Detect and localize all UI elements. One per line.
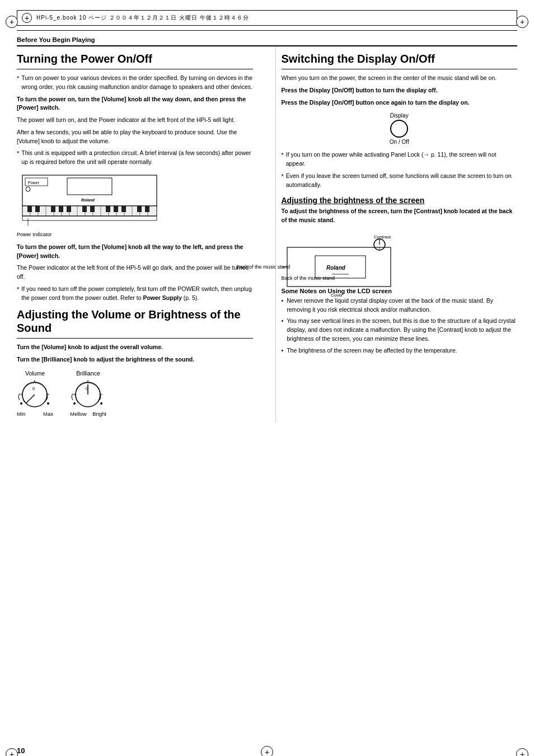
right-bold-3: To adjust the brightness of the screen, …	[282, 207, 518, 225]
back-label: Back of the music stand	[237, 264, 291, 270]
bold-text-1: To turn the power on, turn the [Volume] …	[17, 95, 253, 113]
brilliance-knob-labels: Mellow Bright	[70, 411, 106, 417]
svg-point-54	[73, 402, 76, 405]
bullet-text-2: This unit is equipped with a protection …	[21, 149, 252, 167]
dot-text-3: The brightness of the screen may be affe…	[287, 346, 457, 355]
dot-3: •	[282, 346, 284, 355]
volume-knob-svg: 0 ( )	[17, 379, 53, 410]
right-bullet-text-1: If you turn on the power while activatin…	[286, 151, 517, 168]
svg-text:Roland: Roland	[81, 198, 95, 202]
power-indicator-label: Power Indicator	[17, 232, 52, 237]
header-crosshair-icon	[22, 13, 32, 23]
corner-mark-bl: +	[6, 748, 18, 756]
display-button-diagram: Display On / Off	[377, 112, 421, 145]
svg-rect-34	[22, 216, 157, 220]
piano-diagram-area: Power Roland	[17, 172, 253, 237]
bottom-center-crosshair: +	[261, 746, 273, 756]
corner-mark-tl: +	[6, 16, 18, 28]
subsection-adjusting-brightness: Adjusting the brightness of the screen	[282, 196, 518, 205]
bold-text-4: Turn the [Brilliance] knob to adjust the…	[17, 355, 253, 364]
right-bullet-2: * Even if you leave the screen turned of…	[282, 172, 518, 190]
right-bullet-text-2: Even if you leave the screen turned off,…	[286, 172, 517, 190]
right-title1-rule	[282, 69, 518, 69]
title-switching-display: Switching the Display On/Off	[282, 52, 518, 65]
top-rule	[17, 30, 517, 31]
bold-text-2: To turn the power off, turn the [Volume]…	[17, 243, 253, 261]
max-label: Max	[43, 411, 53, 417]
bullet-text-3: If you need to turn off the power comple…	[21, 285, 252, 303]
two-column-layout: Turning the Power On/Off * Turn on power…	[17, 46, 517, 422]
bullet-star-3: *	[17, 285, 19, 303]
svg-rect-29	[106, 206, 110, 212]
svg-text:(: (	[71, 392, 73, 400]
piano-diagram-svg: Power Roland	[17, 172, 162, 228]
svg-rect-28	[90, 206, 95, 212]
header-japanese-text: HPi-5_e.book 10 ページ ２００４年１２月２１日 火曜日 午後１２…	[36, 14, 249, 22]
svg-rect-24	[51, 206, 55, 212]
right-bold-2: Press the Display [On/Off] button once a…	[282, 98, 518, 107]
min-label: Min	[17, 411, 25, 417]
svg-text:(: (	[18, 392, 20, 400]
bullet-item-3: * If you need to turn off the power comp…	[17, 285, 253, 303]
volume-knob-labels: Min Max	[17, 411, 53, 417]
bullet-star-1: *	[17, 74, 19, 92]
brilliance-knob-group: Brilliance 0 ( )	[70, 370, 106, 417]
right-column: Switching the Display On/Off When you tu…	[275, 46, 518, 422]
right-bold-1: Press the Display [On/Off] button to tur…	[282, 86, 518, 95]
page: + + + + HPi-5_e.book 10 ページ ２００４年１２月２１日 …	[0, 10, 534, 756]
title2-rule	[17, 338, 253, 339]
bold-text-3: Turn the [Volume] knob to adjust the ove…	[17, 343, 253, 352]
brilliance-knob-svg: 0 ( )	[70, 379, 106, 410]
svg-text:Roland: Roland	[326, 265, 346, 271]
dot-2: •	[282, 317, 284, 343]
svg-text:Cover: Cover	[331, 293, 343, 298]
volume-knob-group: Volume 0	[17, 370, 53, 417]
svg-rect-25	[59, 206, 63, 212]
display-button-circle	[390, 120, 408, 138]
display-label: Display	[390, 112, 409, 119]
svg-text:): )	[46, 392, 48, 400]
svg-rect-5	[22, 206, 157, 216]
corner-mark-br: +	[516, 748, 528, 756]
dot-item-3: • The brightness of the screen may be af…	[282, 346, 518, 355]
volume-label: Volume	[25, 370, 45, 377]
svg-rect-31	[121, 206, 126, 212]
svg-line-41	[26, 395, 35, 403]
title1-rule	[17, 69, 253, 69]
body-text-2: After a few seconds, you will be able to…	[17, 128, 253, 146]
title-adjusting-volume: Adjusting the Volume or Brightness of th…	[17, 308, 253, 335]
brilliance-label: Brilliance	[76, 370, 100, 377]
svg-rect-23	[35, 206, 40, 212]
contrast-diagram-area: Roland Contrast Cover Back of the music …	[282, 231, 405, 303]
right-bullet-star-1: *	[282, 151, 284, 168]
svg-text:0: 0	[86, 386, 88, 391]
svg-rect-1	[67, 178, 112, 195]
body-text-3: The Power indicator at the left front of…	[17, 264, 253, 281]
header-bar: HPi-5_e.book 10 ページ ２００４年１２月２１日 火曜日 午後１２…	[17, 10, 517, 26]
bullet-item-2: * This unit is equipped with a protectio…	[17, 149, 253, 167]
svg-rect-26	[67, 206, 71, 212]
svg-rect-33	[145, 206, 149, 212]
section-label: Before You Begin Playing	[17, 36, 517, 43]
svg-rect-32	[137, 206, 142, 212]
page-number: 10	[17, 746, 25, 755]
dot-item-2: • You may see vertical lines in the scre…	[282, 317, 518, 343]
bullet-text-1: Turn on power to your various devices in…	[21, 74, 252, 92]
svg-point-56	[100, 402, 102, 405]
on-off-label: On / Off	[390, 139, 409, 145]
bright-label: Bright	[92, 411, 106, 417]
svg-point-35	[26, 187, 30, 191]
svg-point-46	[47, 402, 49, 405]
left-column: Turning the Power On/Off * Turn on power…	[17, 46, 259, 422]
svg-text:0: 0	[32, 386, 35, 391]
dot-text-2: You may see vertical lines in the screen…	[287, 317, 517, 343]
knob-area: Volume 0	[17, 370, 253, 417]
bullet-star-2: *	[17, 149, 19, 167]
right-bullet-star-2: *	[282, 172, 284, 190]
corner-mark-tr: +	[516, 16, 528, 28]
svg-rect-30	[114, 206, 118, 212]
svg-point-44	[20, 402, 22, 405]
mellow-label: Mellow	[70, 411, 87, 417]
title-turning-power: Turning the Power On/Off	[17, 52, 253, 65]
right-body-text-1: When you turn on the power, the screen i…	[282, 74, 518, 83]
